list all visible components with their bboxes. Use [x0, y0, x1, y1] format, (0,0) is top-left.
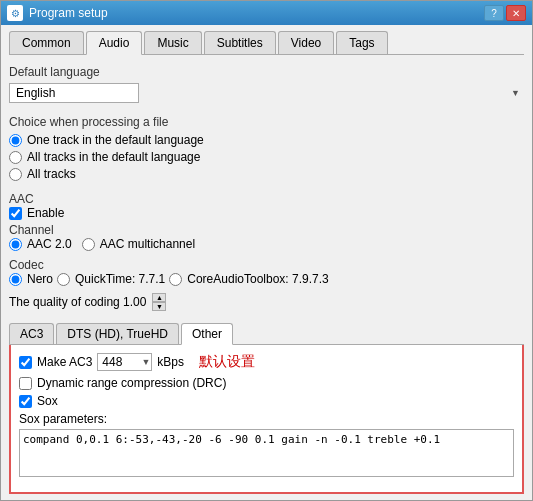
choice-row-1: One track in the default language: [9, 133, 524, 147]
codec-label: Codec: [9, 258, 524, 272]
tab-music[interactable]: Music: [144, 31, 201, 54]
kbps-select-wrap: 192 256 320 384 448 640 ▼: [97, 353, 152, 371]
sub-tab-bar: AC3 DTS (HD), TrueHD Other: [9, 323, 524, 345]
sox-params-label: Sox parameters:: [19, 412, 514, 426]
kbps-select[interactable]: 192 256 320 384 448 640: [97, 353, 152, 371]
aac-multi-radio[interactable]: [82, 238, 95, 251]
title-controls: ? ✕: [484, 5, 526, 21]
drc-label: Dynamic range compression (DRC): [37, 376, 226, 390]
aac-multi-label: AAC multichannel: [100, 237, 195, 251]
sox-label: Sox: [37, 394, 58, 408]
sox-params-textarea[interactable]: [19, 429, 514, 477]
sub-tab-other[interactable]: Other: [181, 323, 233, 345]
window-icon: ⚙: [7, 5, 23, 21]
drc-checkbox[interactable]: [19, 377, 32, 390]
aac-label: AAC: [9, 192, 524, 206]
program-setup-window: ⚙ Program setup ? ✕ Common Audio Music S…: [0, 0, 533, 501]
choice-radio-2[interactable]: [9, 151, 22, 164]
quality-down[interactable]: ▼: [152, 302, 166, 311]
sox-checkbox[interactable]: [19, 395, 32, 408]
language-select-wrap: English French German ▼: [9, 83, 524, 103]
tab-audio[interactable]: Audio: [86, 31, 143, 55]
make-ac3-row: Make AC3 192 256 320 384 448 640 ▼ kBps …: [19, 353, 514, 371]
aac-enable-row: Enable: [9, 206, 524, 220]
tab-subtitles[interactable]: Subtitles: [204, 31, 276, 54]
coreaudiotoolbox-row: CoreAudioToolbox: 7.9.7.3: [169, 272, 328, 286]
choice-row-3: All tracks: [9, 167, 524, 181]
choice-radio-1[interactable]: [9, 134, 22, 147]
codec-row: Nero QuickTime: 7.7.1 CoreAudioToolbox: …: [9, 272, 524, 289]
window-title: Program setup: [29, 6, 108, 20]
quality-row: The quality of coding 1.00 ▲ ▼: [9, 293, 524, 311]
quicktime-row: QuickTime: 7.7.1: [57, 272, 165, 286]
default-language-label: Default language: [9, 65, 524, 79]
quicktime-label: QuickTime: 7.7.1: [75, 272, 165, 286]
tab-tags[interactable]: Tags: [336, 31, 387, 54]
quicktime-radio[interactable]: [57, 273, 70, 286]
title-bar-left: ⚙ Program setup: [7, 5, 108, 21]
aac-enable-label: Enable: [27, 206, 64, 220]
kbps-label: kBps: [157, 355, 184, 369]
aac20-radio[interactable]: [9, 238, 22, 251]
coreaudiotoolbox-label: CoreAudioToolbox: 7.9.7.3: [187, 272, 328, 286]
aac-enable-checkbox[interactable]: [9, 207, 22, 220]
content-area: Common Audio Music Subtitles Video Tags …: [1, 25, 532, 500]
nero-radio[interactable]: [9, 273, 22, 286]
quality-up[interactable]: ▲: [152, 293, 166, 302]
other-panel: Make AC3 192 256 320 384 448 640 ▼ kBps …: [9, 345, 524, 494]
help-button[interactable]: ?: [484, 5, 504, 21]
choice-label-2: All tracks in the default language: [27, 150, 200, 164]
tab-common[interactable]: Common: [9, 31, 84, 54]
quality-label: The quality of coding 1.00: [9, 295, 146, 309]
sub-tab-dts[interactable]: DTS (HD), TrueHD: [56, 323, 179, 344]
close-button[interactable]: ✕: [506, 5, 526, 21]
title-bar: ⚙ Program setup ? ✕: [1, 1, 532, 25]
aac-multi-row: AAC multichannel: [82, 237, 195, 251]
default-text: 默认设置: [199, 353, 255, 371]
aac20-label: AAC 2.0: [27, 237, 72, 251]
choice-label: Choice when processing a file: [9, 115, 524, 129]
choice-label-1: One track in the default language: [27, 133, 204, 147]
sox-row: Sox: [19, 394, 514, 408]
choice-group: One track in the default language All tr…: [9, 133, 524, 184]
choice-row-2: All tracks in the default language: [9, 150, 524, 164]
choice-radio-3[interactable]: [9, 168, 22, 181]
choice-label-3: All tracks: [27, 167, 76, 181]
language-select[interactable]: English French German: [9, 83, 139, 103]
make-ac3-label: Make AC3: [37, 355, 92, 369]
aac-section: AAC Enable Channel AAC 2.0 AAC multichan…: [9, 192, 524, 317]
nero-label: Nero: [27, 272, 53, 286]
drc-row: Dynamic range compression (DRC): [19, 376, 514, 390]
quality-spinner: ▲ ▼: [152, 293, 166, 311]
make-ac3-checkbox[interactable]: [19, 356, 32, 369]
channel-label: Channel: [9, 223, 524, 237]
channel-row: AAC 2.0 AAC multichannel: [9, 237, 524, 254]
main-tab-bar: Common Audio Music Subtitles Video Tags: [9, 31, 524, 55]
language-select-arrow: ▼: [511, 88, 520, 98]
nero-row: Nero: [9, 272, 53, 286]
tab-video[interactable]: Video: [278, 31, 334, 54]
sub-tab-ac3[interactable]: AC3: [9, 323, 54, 344]
coreaudiotoolbox-radio[interactable]: [169, 273, 182, 286]
aac20-row: AAC 2.0: [9, 237, 72, 251]
